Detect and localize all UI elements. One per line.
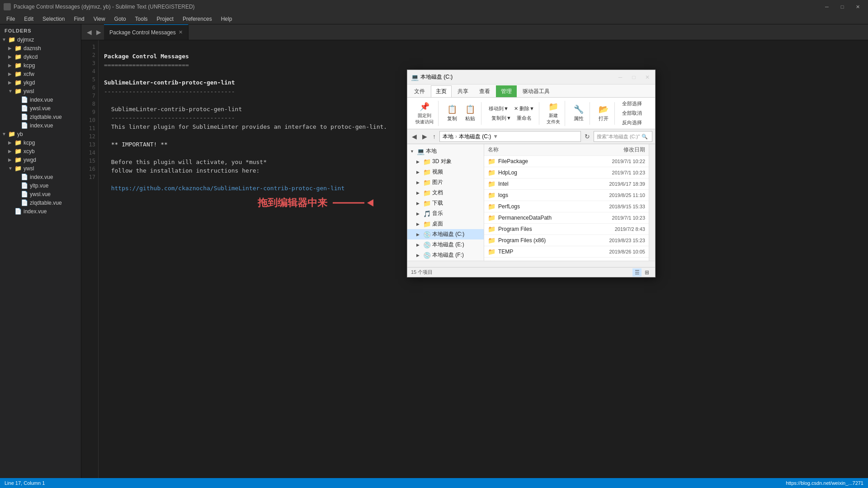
- ribbon-tab-view[interactable]: 查看: [474, 85, 495, 97]
- sidebar-item-yb-index-vue[interactable]: 📄 index.vue: [0, 173, 81, 181]
- tab-forward-btn[interactable]: ▶: [94, 28, 103, 36]
- ribbon-pin-btn[interactable]: 📌 固定到快速访问: [414, 101, 435, 126]
- tree-item-images[interactable]: ▶ 📁 图片: [407, 177, 484, 188]
- explorer-minimize-btn[interactable]: ─: [614, 71, 626, 83]
- view-tiles-btn[interactable]: ⊞: [642, 268, 651, 277]
- col-date-header[interactable]: 修改日期: [582, 146, 645, 154]
- tree-item-downloads[interactable]: ▶ 📁 下载: [407, 198, 484, 208]
- close-button[interactable]: ✕: [851, 2, 864, 11]
- menu-edit[interactable]: Edit: [19, 15, 38, 23]
- file-row-hdplog[interactable]: 📁 HdpLog 2019/7/1 10:23: [484, 167, 649, 178]
- folder-icon: 📁: [488, 192, 495, 199]
- col-name-header[interactable]: 名称: [488, 146, 582, 154]
- sidebar-item-yb-ywsl[interactable]: ▼ 📁 ywsl: [0, 164, 81, 173]
- menu-find[interactable]: Find: [69, 15, 89, 23]
- ribbon-properties-btn[interactable]: 🔧 属性: [571, 103, 587, 123]
- tab-package-control-messages[interactable]: Package Control Messages ✕: [104, 24, 189, 40]
- explorer-forward-btn[interactable]: ▶: [420, 132, 429, 141]
- explorer-up-btn[interactable]: ↑: [431, 132, 438, 141]
- explorer-hscroll[interactable]: [407, 261, 655, 267]
- file-row-filepackage[interactable]: 📁 FilePackage 2019/7/1 10:22: [484, 156, 649, 167]
- sidebar-item-index-vue-1[interactable]: 📄 index.vue: [0, 95, 81, 104]
- sidebar-item-ywgd[interactable]: ▶ 📁 ywgd: [0, 155, 81, 164]
- explorer-refresh-btn[interactable]: ↻: [583, 132, 592, 141]
- maximize-button[interactable]: □: [835, 2, 849, 11]
- sidebar-item-ywsl[interactable]: ▼ 📁 ywsl: [0, 87, 81, 95]
- tree-item-local[interactable]: ▼ 💻 本地: [407, 146, 484, 156]
- tree-item-desktop[interactable]: ▶ 📁 桌面: [407, 219, 484, 229]
- file-row-programfiles-x86[interactable]: 📁 Program Files (x86) 2019/8/23 15:23: [484, 235, 649, 246]
- sidebar-item-yb-index-vue-2[interactable]: 📄 index.vue: [0, 207, 81, 216]
- ribbon-moveto-btn[interactable]: 移动到▼: [487, 104, 510, 113]
- file-row-windows[interactable]: 📁 Windows 2019/8/18 12:36: [484, 258, 649, 261]
- ribbon-copy-btn[interactable]: 📋 复制: [444, 103, 460, 123]
- sidebar-item-index-vue-2[interactable]: 📄 index.vue: [0, 121, 81, 130]
- explorer-back-btn[interactable]: ◀: [410, 132, 419, 141]
- sidebar-item-ywsl-vue[interactable]: 📄 ywsl.vue: [0, 104, 81, 113]
- ribbon-tab-file[interactable]: 文件: [409, 85, 430, 97]
- ribbon-selectall-btn[interactable]: 全部选择: [620, 99, 644, 108]
- file-row-logs[interactable]: 📁 logs 2019/8/25 11:10: [484, 190, 649, 201]
- sidebar-item-yb-ywsl-vue[interactable]: 📄 ywsl.vue: [0, 190, 81, 198]
- ribbon-delete-btn[interactable]: ✕ 删除▼: [512, 104, 536, 113]
- tree-label: 音乐: [432, 210, 443, 217]
- sidebar-item-ykgd[interactable]: ▶ 📁 ykgd: [0, 78, 81, 87]
- ribbon-tab-driver-tools[interactable]: 驱动器工具: [518, 85, 555, 97]
- file-row-perflogs[interactable]: 📁 PerfLogs 2018/9/15 15:33: [484, 201, 649, 212]
- moveto-label: 移动到▼: [489, 105, 509, 112]
- file-row-temp[interactable]: 📁 TEMP 2019/8/26 10:05: [484, 246, 649, 258]
- file-row-intel[interactable]: 📁 Intel 2019/6/17 18:39: [484, 178, 649, 190]
- menu-view[interactable]: View: [89, 15, 110, 23]
- menu-file[interactable]: File: [2, 15, 19, 23]
- tree-item-drive-f[interactable]: ▶ 💿 本地磁盘 (F:): [407, 250, 484, 260]
- tree-item-3d[interactable]: ▶ 📁 3D 对象: [407, 156, 484, 167]
- sidebar-item-yb-zlqdtable-vue[interactable]: 📄 zlqdtable.vue: [0, 198, 81, 207]
- ribbon-paste-btn[interactable]: 📋 粘贴: [462, 103, 478, 123]
- ribbon-newfolder-btn[interactable]: 📁 新建文件夹: [545, 101, 562, 126]
- sidebar-item-kcpg[interactable]: ▶ 📁 kcpg: [0, 61, 81, 70]
- tree-item-music[interactable]: ▶ 🎵 音乐: [407, 208, 484, 219]
- file-row-permanence[interactable]: 📁 PermanenceDataPath 2019/7/1 10:23: [484, 212, 649, 224]
- file-date: 2019/8/26 10:05: [582, 249, 645, 254]
- sidebar-item-dyjmxz[interactable]: ▼ 📁 dyjmxz: [0, 35, 81, 44]
- menu-preferences[interactable]: Preferences: [178, 15, 217, 23]
- sidebar-item-dykcd[interactable]: ▶ 📁 dykcd: [0, 52, 81, 61]
- menu-project[interactable]: Project: [152, 15, 178, 23]
- tree-item-drive-e[interactable]: ▶ 💿 本地磁盘 (E:): [407, 239, 484, 250]
- explorer-close-btn[interactable]: ✕: [642, 71, 653, 83]
- explorer-scrollbar[interactable]: [649, 144, 655, 261]
- ribbon-tab-share[interactable]: 共享: [453, 85, 473, 97]
- ribbon-open-btn[interactable]: 📂 打开: [595, 103, 612, 123]
- menu-help[interactable]: Help: [217, 15, 237, 23]
- explorer-maximize-btn[interactable]: □: [628, 71, 640, 83]
- tree-item-video[interactable]: ▶ 📁 视频: [407, 167, 484, 177]
- sidebar-item-yb-kcpg[interactable]: ▶ 📁 kcpg: [0, 138, 81, 147]
- minimize-button[interactable]: ─: [820, 2, 834, 11]
- menu-tools[interactable]: Tools: [131, 15, 152, 23]
- ribbon-invert-btn[interactable]: 反向选择: [620, 118, 644, 127]
- sidebar-item-zlqdtable-vue-1[interactable]: 📄 zlqdtable.vue: [0, 113, 81, 121]
- ribbon-tab-manage[interactable]: 管理: [496, 85, 517, 97]
- explorer-address-bar[interactable]: 本地 › 本地磁盘 (C:) ▼: [439, 131, 581, 142]
- explorer-ribbon: 文件 主页 共享 查看 管理 驱动器工具 📌 固定到快速访问: [407, 84, 655, 129]
- tree-item-drive-c[interactable]: ▶ 💿 本地磁盘 (C:): [407, 229, 484, 239]
- sidebar-item-yltp-vue[interactable]: 📄 yltp.vue: [0, 181, 81, 190]
- menu-selection[interactable]: Selection: [38, 15, 69, 23]
- ribbon-copyto-btn[interactable]: 复制到▼: [490, 114, 513, 122]
- ribbon-row-org: 移动到▼ ✕ 删除▼: [487, 104, 536, 113]
- sidebar-item-daznsh[interactable]: ▶ 📁 daznsh: [0, 44, 81, 52]
- sidebar-item-xcyb[interactable]: ▶ 📁 xcyb: [0, 147, 81, 155]
- ribbon-rename-btn[interactable]: 重命名: [515, 114, 533, 122]
- sidebar-item-xcfw[interactable]: ▶ 📁 xcfw: [0, 70, 81, 78]
- ribbon-selectnone-btn[interactable]: 全部取消: [620, 109, 644, 117]
- file-label: index.vue: [30, 97, 53, 103]
- ribbon-tab-home[interactable]: 主页: [431, 85, 452, 97]
- explorer-search[interactable]: 搜索"本地磁盘 (C:)" 🔍: [594, 131, 652, 142]
- tree-item-docs[interactable]: ▶ 📁 文档: [407, 188, 484, 198]
- sidebar-item-yb[interactable]: ▼ 📁 yb: [0, 130, 81, 138]
- view-details-btn[interactable]: ☰: [632, 268, 642, 277]
- menu-goto[interactable]: Goto: [110, 15, 131, 23]
- tab-close-btn[interactable]: ✕: [179, 29, 183, 35]
- tab-back-btn[interactable]: ◀: [85, 28, 94, 36]
- file-row-programfiles[interactable]: 📁 Program Files 2019/7/2 8:43: [484, 224, 649, 235]
